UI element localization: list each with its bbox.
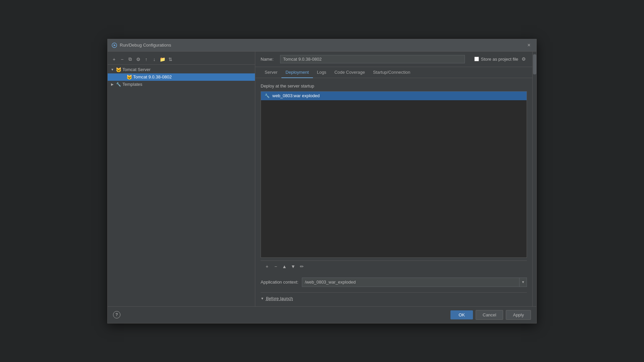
deploy-title: Deploy at the server startup xyxy=(261,83,527,88)
deploy-move-down-button[interactable]: ▼ xyxy=(289,263,297,270)
deploy-item-icon: 🔧 xyxy=(264,93,270,99)
content-panel: Name: Store as project file ⚙ Server xyxy=(255,52,532,306)
store-checkbox-area: Store as project file ⚙ xyxy=(474,56,527,62)
templates-arrow: ▶ xyxy=(110,82,114,86)
deploy-edit-button[interactable]: ✏ xyxy=(298,263,306,270)
store-settings-button[interactable]: ⚙ xyxy=(520,56,527,62)
deploy-list: 🔧 web_0803:war exploded xyxy=(261,91,527,258)
name-bar: Name: Store as project file ⚙ xyxy=(255,52,532,67)
run-debug-icon xyxy=(112,43,117,48)
tab-logs[interactable]: Logs xyxy=(313,67,330,78)
add-config-button[interactable]: + xyxy=(110,56,118,63)
dialog-titlebar: Run/Debug Configurations × xyxy=(108,39,536,52)
tomcat-group-arrow: ▼ xyxy=(110,68,114,72)
ok-button[interactable]: OK xyxy=(450,310,473,319)
sidebar-toolbar: + − ⧉ ⚙ ↑ ↓ 📁 ⇅ xyxy=(108,54,255,65)
dialog-title-left: Run/Debug Configurations xyxy=(112,43,171,48)
before-launch-arrow: ▼ xyxy=(261,297,264,300)
cancel-button[interactable]: Cancel xyxy=(476,310,503,320)
templates-label: Templates xyxy=(122,82,142,87)
tabs-bar: Server Deployment Logs Code Coverage Sta xyxy=(255,67,532,78)
tab-deployment[interactable]: Deployment xyxy=(281,67,313,78)
before-launch-header[interactable]: ▼ Before launch xyxy=(261,296,527,301)
bottom-right: OK Cancel Apply xyxy=(450,310,531,320)
help-button[interactable]: ? xyxy=(113,311,120,318)
tomcat-config-arrow xyxy=(121,75,125,79)
folder-button[interactable]: 📁 xyxy=(159,56,166,63)
close-button[interactable]: × xyxy=(526,42,532,49)
deploy-add-button[interactable]: + xyxy=(263,263,271,270)
tab-startup-connection[interactable]: Startup/Connection xyxy=(369,67,414,78)
deploy-toolbar: + − ▲ ▼ ✏ xyxy=(261,260,527,272)
move-up-button[interactable]: ↑ xyxy=(143,56,150,63)
deployment-tab-content: Deploy at the server startup 🔧 web_0803:… xyxy=(255,78,532,306)
sidebar: + − ⧉ ⚙ ↑ ↓ 📁 ⇅ ▼ 🐱 xyxy=(108,52,255,306)
dialog-bottom-bar: ? OK Cancel Apply xyxy=(108,306,536,323)
tomcat-group-icon: 🐱 xyxy=(116,67,121,72)
deploy-remove-button[interactable]: − xyxy=(272,263,279,270)
store-label: Store as project file xyxy=(481,57,518,62)
settings-config-button[interactable]: ⚙ xyxy=(135,56,142,63)
move-down-button[interactable]: ↓ xyxy=(151,56,158,63)
deploy-move-up-button[interactable]: ▲ xyxy=(281,263,288,270)
dialog-body: + − ⧉ ⚙ ↑ ↓ 📁 ⇅ ▼ 🐱 xyxy=(108,52,536,306)
name-label: Name: xyxy=(261,57,277,62)
app-context-input[interactable] xyxy=(302,278,519,286)
run-debug-config-dialog: Run/Debug Configurations × + − ⧉ ⚙ ↑ ↓ xyxy=(107,39,537,323)
tree-group-tomcat[interactable]: ▼ 🐱 Tomcat Server xyxy=(108,66,255,73)
tomcat-config-label: Tomcat 9.0.38-0802 xyxy=(133,74,172,79)
before-launch-section: ▼ Before launch xyxy=(261,292,527,301)
tree-group-templates[interactable]: ▶ 🔧 Templates xyxy=(108,81,255,88)
tree-item-tomcat-config[interactable]: 🐱 Tomcat 9.0.38-0802 xyxy=(108,73,255,81)
sidebar-tree: ▼ 🐱 Tomcat Server 🐱 Tomcat 9.0.38-0802 xyxy=(108,65,255,304)
scrollbar-thumb xyxy=(533,54,536,74)
name-input[interactable] xyxy=(280,55,465,63)
deploy-item-war-exploded[interactable]: 🔧 web_0803:war exploded xyxy=(261,92,527,100)
tomcat-group-label: Tomcat Server xyxy=(122,67,151,72)
tab-code-coverage[interactable]: Code Coverage xyxy=(330,67,369,78)
deploy-item-label: web_0803:war exploded xyxy=(272,93,320,98)
dialog-overlay: Run/Debug Configurations × + − ⧉ ⚙ ↑ ↓ xyxy=(0,0,644,362)
store-as-project-checkbox[interactable] xyxy=(474,57,479,61)
dialog-title: Run/Debug Configurations xyxy=(120,43,171,48)
before-launch-title: Before launch xyxy=(266,296,293,301)
sort-button[interactable]: ⇅ xyxy=(167,56,174,63)
tomcat-config-icon: 🐱 xyxy=(126,74,132,80)
app-context-input-wrap: ▼ xyxy=(302,278,527,287)
bottom-left: ? xyxy=(113,311,120,318)
deploy-section: Deploy at the server startup 🔧 web_0803:… xyxy=(261,83,527,272)
app-context-label: Application context: xyxy=(261,280,299,285)
templates-icon: 🔧 xyxy=(116,82,121,87)
apply-button[interactable]: Apply xyxy=(506,310,531,320)
app-context-dropdown-button[interactable]: ▼ xyxy=(519,278,527,287)
tab-server[interactable]: Server xyxy=(261,67,281,78)
svg-marker-1 xyxy=(114,44,116,46)
ide-background: Run/Debug Configurations × + − ⧉ ⚙ ↑ ↓ xyxy=(0,0,644,362)
copy-config-button[interactable]: ⧉ xyxy=(126,56,134,63)
remove-config-button[interactable]: − xyxy=(118,56,126,63)
app-context-row: Application context: ▼ xyxy=(261,276,527,288)
dialog-scrollbar[interactable] xyxy=(532,52,536,306)
